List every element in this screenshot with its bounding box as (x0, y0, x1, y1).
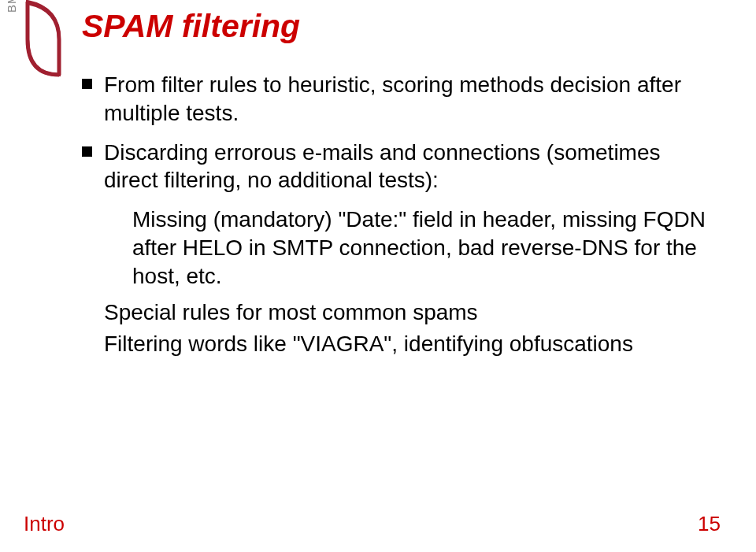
bullet-text: From filter rules to heuristic, scoring … (104, 72, 681, 125)
plain-line: Special rules for most common spams (82, 298, 712, 327)
bullet-item: From filter rules to heuristic, scoring … (82, 71, 712, 128)
slide-title: SPAM filtering (82, 8, 300, 45)
page-number: 15 (698, 512, 721, 536)
bullet-item: Discarding errorous e-mails and connecti… (82, 139, 712, 195)
logo-curve-icon (20, 0, 75, 102)
slide-footer: Intro 15 (24, 512, 721, 536)
bullet-marker-icon (82, 79, 92, 89)
footer-section: Intro (24, 512, 65, 536)
slide-content: From filter rules to heuristic, scoring … (82, 71, 712, 361)
logo-text: BME (5, 0, 18, 13)
plain-line: Filtering words like "VIAGRA", identifyi… (82, 330, 712, 358)
bullet-text: Discarding errorous e-mails and connecti… (104, 140, 661, 193)
bullet-marker-icon (82, 146, 92, 157)
logo: BME (0, 0, 71, 102)
sub-bullet-text: Missing (mandatory) "Date:" field in hea… (82, 206, 712, 290)
